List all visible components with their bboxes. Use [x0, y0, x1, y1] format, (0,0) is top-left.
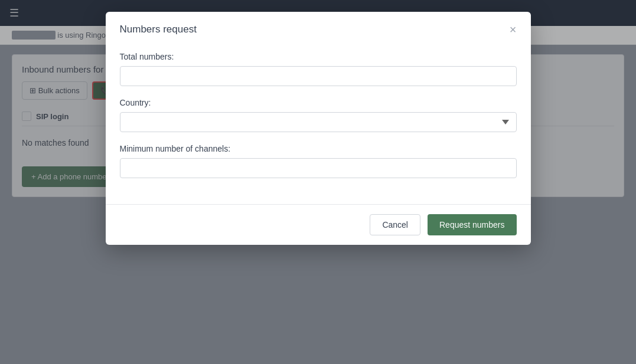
- modal-close-button[interactable]: ×: [510, 24, 517, 35]
- min-channels-input[interactable]: [120, 158, 517, 178]
- cancel-button[interactable]: Cancel: [370, 214, 420, 235]
- total-numbers-group: Total numbers:: [120, 52, 517, 86]
- country-select[interactable]: [120, 112, 517, 132]
- modal-title: Numbers request: [120, 24, 197, 35]
- total-numbers-input[interactable]: [120, 66, 517, 86]
- modal-overlay: Numbers request × Total numbers: Country…: [0, 0, 636, 364]
- request-numbers-button[interactable]: Request numbers: [428, 214, 517, 235]
- modal-header: Numbers request ×: [106, 12, 531, 45]
- country-label: Country:: [120, 98, 517, 107]
- modal-body: Total numbers: Country: Minimum number o…: [106, 45, 531, 204]
- numbers-request-modal: Numbers request × Total numbers: Country…: [106, 12, 531, 245]
- min-channels-label: Minimum number of channels:: [120, 144, 517, 153]
- min-channels-group: Minimum number of channels:: [120, 144, 517, 178]
- total-numbers-label: Total numbers:: [120, 52, 517, 61]
- modal-footer: Cancel Request numbers: [106, 204, 531, 245]
- country-group: Country:: [120, 98, 517, 132]
